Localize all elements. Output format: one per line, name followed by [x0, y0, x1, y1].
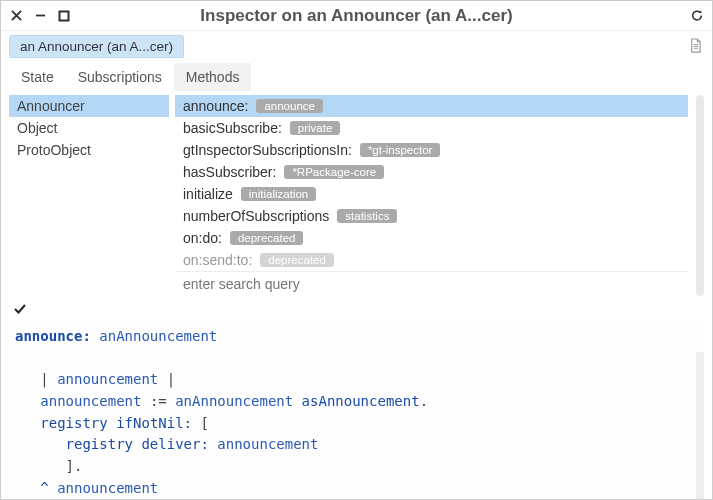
main-split: Announcer Object ProtoObject announce: a… — [1, 91, 712, 296]
method-name: hasSubscriber: — [183, 164, 276, 180]
method-name: on:send:to: — [183, 252, 252, 268]
protocol-badge: deprecated — [260, 253, 334, 267]
tab-state[interactable]: State — [9, 63, 66, 91]
page-icon[interactable] — [688, 38, 704, 54]
method-name: on:do: — [183, 230, 222, 246]
breadcrumb-row: an Announcer (an A...cer) — [1, 31, 712, 61]
source-code[interactable]: announce: anAnnouncement | announcement … — [9, 322, 704, 499]
method-row-selected[interactable]: announce: announce — [175, 95, 688, 117]
protocol-badge: initialization — [241, 187, 316, 201]
window-title: Inspector on an Announcer (an A...cer) — [79, 6, 634, 26]
method-row[interactable]: numberOfSubscriptions statistics — [175, 205, 688, 227]
method-row[interactable]: hasSubscriber: *RPackage-core — [175, 161, 688, 183]
protocol-badge: announce — [256, 99, 323, 113]
protocol-badge: private — [290, 121, 341, 135]
selector: announce: — [15, 328, 91, 344]
inspector-window: Inspector on an Announcer (an A...cer) a… — [0, 0, 713, 500]
method-name: numberOfSubscriptions — [183, 208, 329, 224]
code-area: announce: anAnnouncement | announcement … — [1, 296, 712, 499]
method-row[interactable]: on:do: deprecated — [175, 227, 688, 249]
method-name: gtInspectorSubscriptionsIn: — [183, 142, 352, 158]
breadcrumb[interactable]: an Announcer (an A...cer) — [9, 35, 184, 58]
class-row[interactable]: Object — [9, 117, 169, 139]
protocol-badge: statistics — [337, 209, 397, 223]
search-input[interactable] — [175, 271, 688, 296]
method-name: initialize — [183, 186, 233, 202]
tab-methods[interactable]: Methods — [174, 63, 252, 91]
protocol-badge: *gt-inspector — [360, 143, 441, 157]
close-icon[interactable] — [9, 9, 23, 23]
method-name: announce: — [183, 98, 248, 114]
checkmark-icon — [9, 302, 704, 322]
method-row[interactable]: basicSubscribe: private — [175, 117, 688, 139]
protocol-badge: *RPackage-core — [284, 165, 384, 179]
tabs: State Subscriptions Methods — [1, 61, 712, 91]
maximize-icon[interactable] — [57, 9, 71, 23]
class-row[interactable]: ProtoObject — [9, 139, 169, 161]
method-row[interactable]: on:send:to: deprecated — [175, 249, 688, 271]
minimize-icon[interactable] — [33, 9, 47, 23]
method-name: basicSubscribe: — [183, 120, 282, 136]
titlebar: Inspector on an Announcer (an A...cer) — [1, 1, 712, 31]
method-row[interactable]: initialize initialization — [175, 183, 688, 205]
protocol-badge: deprecated — [230, 231, 304, 245]
class-row[interactable]: Announcer — [9, 95, 169, 117]
code-scrollbar[interactable] — [696, 352, 704, 499]
method-list: announce: announce basicSubscribe: priva… — [175, 95, 688, 296]
svg-rect-0 — [60, 11, 69, 20]
argument: anAnnouncement — [99, 328, 217, 344]
scrollbar[interactable] — [694, 95, 704, 296]
method-row[interactable]: gtInspectorSubscriptionsIn: *gt-inspecto… — [175, 139, 688, 161]
refresh-icon[interactable] — [690, 9, 704, 23]
tab-subscriptions[interactable]: Subscriptions — [66, 63, 174, 91]
class-list: Announcer Object ProtoObject — [9, 95, 169, 296]
